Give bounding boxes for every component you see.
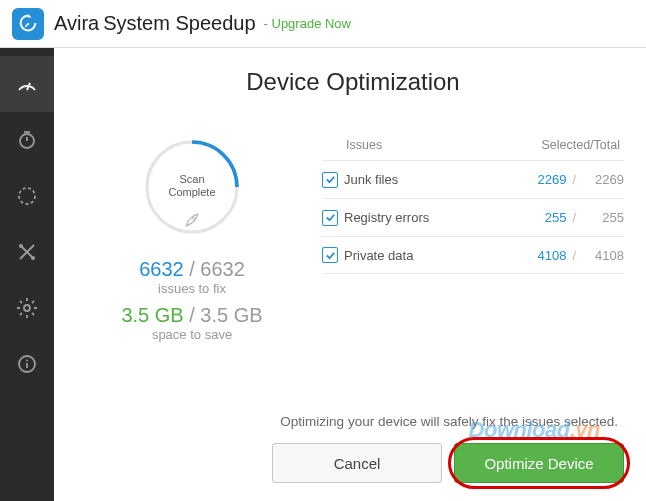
cancel-button[interactable]: Cancel [272,443,442,483]
checkbox-registry[interactable] [322,210,338,226]
issue-selected[interactable]: 2269 [524,172,566,187]
column-selected-total: Selected/Total [512,138,624,152]
issue-total: 255 [582,210,624,225]
issue-selected[interactable]: 255 [524,210,566,225]
svg-point-14 [26,360,28,362]
main-panel: Device Optimization Scan Complete [54,48,646,501]
scan-progress-ring: Scan Complete [137,132,247,246]
scan-panel: Scan Complete 6632 / 6632 issues to fix … [92,124,292,394]
column-issues: Issues [322,138,512,152]
scan-status-line1: Scan [168,173,215,186]
issue-row-registry: Registry errors 255 / 255 [322,198,624,236]
issue-total: 4108 [582,248,624,263]
svg-point-17 [192,217,195,220]
rocket-icon [182,210,202,234]
issue-name: Junk files [344,172,494,187]
issue-total: 2269 [582,172,624,187]
title-rest: System Speedup [103,12,255,35]
issues-table: Issues Selected/Total Junk files 2269 / … [322,130,624,394]
optimize-button[interactable]: Optimize Device [454,443,624,483]
issue-name: Private data [344,248,494,263]
issue-row-private: Private data 4108 / 4108 [322,236,624,274]
scan-status-line2: Complete [168,186,215,199]
title-avira: Avira [54,12,99,35]
svg-line-2 [25,24,28,27]
footer-note: Optimizing your device will safely fix t… [82,414,624,429]
page-title: Device Optimization [82,68,624,96]
issue-row-junk: Junk files 2269 / 2269 [322,160,624,198]
sidebar-item-power[interactable] [0,168,54,224]
sidebar-item-clock[interactable] [0,112,54,168]
space-label: space to save [152,327,232,342]
sidebar [0,48,54,501]
issues-metric: 6632 / 6632 [139,258,245,281]
issues-total: 6632 [200,258,245,280]
svg-point-12 [24,305,30,311]
space-metric: 3.5 GB / 3.5 GB [121,304,262,327]
svg-line-3 [27,83,30,90]
issues-label: issues to fix [158,281,226,296]
checkbox-private[interactable] [322,247,338,263]
issue-selected[interactable]: 4108 [524,248,566,263]
svg-point-10 [19,244,23,248]
issue-name: Registry errors [344,210,494,225]
sidebar-item-info[interactable] [0,336,54,392]
space-total: 3.5 GB [200,304,262,326]
sidebar-item-dashboard[interactable] [0,56,54,112]
svg-point-7 [19,188,35,204]
space-found: 3.5 GB [121,304,183,326]
avira-logo [12,8,44,40]
issues-found: 6632 [139,258,184,280]
svg-point-11 [31,256,35,260]
svg-marker-0 [28,13,32,17]
sidebar-item-tools[interactable] [0,224,54,280]
app-header: Avira System Speedup - Upgrade Now [0,0,646,48]
checkbox-junk[interactable] [322,172,338,188]
sidebar-item-settings[interactable] [0,280,54,336]
upgrade-link[interactable]: - Upgrade Now [264,16,351,31]
